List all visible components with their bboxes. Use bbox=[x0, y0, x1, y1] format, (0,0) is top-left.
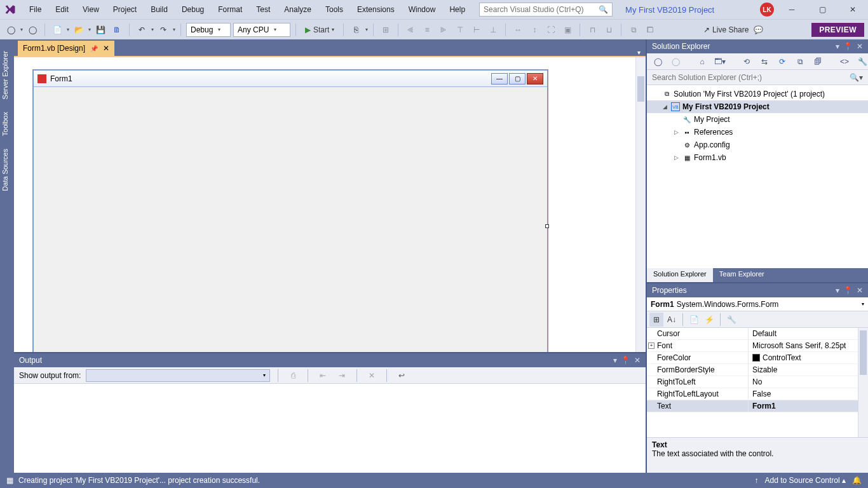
menu-view[interactable]: View bbox=[76, 3, 105, 17]
property-row-cursor[interactable]: CursorDefault bbox=[647, 328, 868, 340]
order-button[interactable]: ⧉ bbox=[627, 23, 641, 37]
se-showall-button[interactable]: 🗐 bbox=[811, 55, 825, 69]
menu-help[interactable]: Help bbox=[443, 3, 471, 17]
solution-tree[interactable]: ⧉ Solution 'My First VB2019 Project' (1 … bbox=[647, 85, 868, 268]
bring-front-button[interactable]: ▣ bbox=[560, 23, 574, 37]
close-button[interactable]: ✕ bbox=[840, 1, 865, 18]
toolbox-tab[interactable]: Toolbox bbox=[0, 105, 14, 142]
se-fwd-button[interactable]: ◯ bbox=[668, 55, 682, 69]
properties-header[interactable]: Properties ▾ 📍 ✕ bbox=[647, 283, 868, 297]
solution-explorer-header[interactable]: Solution Explorer ▾ 📍 ✕ bbox=[647, 39, 868, 53]
user-avatar[interactable]: LK bbox=[760, 3, 774, 17]
window-position-icon[interactable]: ▾ bbox=[613, 356, 617, 365]
se-switch-view-button[interactable]: 🗔▾ bbox=[713, 55, 727, 69]
align-center-button[interactable]: ≡ bbox=[420, 23, 434, 37]
se-home-button[interactable]: ⌂ bbox=[695, 55, 709, 69]
se-sync-button[interactable]: ⇆ bbox=[757, 55, 771, 69]
solution-config-combo[interactable]: Debug▾ bbox=[186, 23, 231, 37]
open-file-button[interactable]: 📂 bbox=[72, 23, 86, 37]
align-right-button[interactable]: ⫸ bbox=[437, 23, 451, 37]
solution-explorer-search[interactable]: 🔍▾ bbox=[647, 70, 868, 85]
property-row-righttoleft[interactable]: RightToLeftNo bbox=[647, 376, 868, 388]
align-grid-button[interactable]: ⊞ bbox=[379, 23, 393, 37]
save-button[interactable]: 💾 bbox=[93, 23, 107, 37]
menu-build[interactable]: Build bbox=[144, 3, 174, 17]
expander-icon[interactable]: ▷ bbox=[672, 154, 680, 161]
center-h-button[interactable]: ⊓ bbox=[585, 23, 599, 37]
tab-order-button[interactable]: ⧠ bbox=[643, 23, 657, 37]
alphabetical-button[interactable]: A↓ bbox=[665, 313, 679, 327]
expander-icon[interactable]: ▷ bbox=[672, 129, 680, 135]
redo-button[interactable]: ↷ bbox=[156, 23, 170, 37]
se-back-button[interactable]: ◯ bbox=[651, 55, 665, 69]
size-button[interactable]: ⛶ bbox=[544, 23, 558, 37]
panel-close-icon[interactable]: ✕ bbox=[634, 356, 641, 365]
output-next-button[interactable]: ⇥ bbox=[335, 369, 349, 383]
output-wrap-button[interactable]: ↩ bbox=[395, 369, 409, 383]
tab-close-icon[interactable]: ✕ bbox=[103, 44, 109, 53]
tab-solution-explorer[interactable]: Solution Explorer bbox=[647, 268, 713, 282]
se-properties-button[interactable]: 🔧 bbox=[855, 55, 868, 69]
design-form-window[interactable]: Form1 — ▢ ✕ bbox=[33, 70, 548, 352]
expander-icon[interactable]: ◢ bbox=[661, 104, 668, 110]
panel-close-icon[interactable]: ✕ bbox=[857, 286, 863, 295]
panel-close-icon[interactable]: ✕ bbox=[857, 42, 863, 51]
tab-team-explorer[interactable]: Team Explorer bbox=[713, 268, 771, 282]
undo-button[interactable]: ↶ bbox=[135, 23, 149, 37]
tree-appconfig-node[interactable]: ⚙ App.config bbox=[647, 139, 868, 151]
menu-test[interactable]: Test bbox=[250, 3, 276, 17]
liveshare-button[interactable]: Live Share bbox=[712, 25, 749, 34]
align-middle-button[interactable]: ⊢ bbox=[470, 23, 484, 37]
document-tab-form1-design[interactable]: Form1.vb [Design] 📌 ✕ bbox=[18, 41, 114, 56]
maximize-button[interactable]: ▢ bbox=[810, 1, 835, 18]
window-position-icon[interactable]: ▾ bbox=[836, 42, 839, 51]
form-designer-surface[interactable]: Form1 — ▢ ✕ bbox=[14, 56, 646, 352]
categorized-button[interactable]: ⊞ bbox=[649, 313, 663, 327]
align-left-button[interactable]: ⫷ bbox=[403, 23, 417, 37]
active-files-dropdown[interactable]: ▾ bbox=[632, 49, 646, 56]
save-all-button[interactable]: 🗎 bbox=[110, 23, 124, 37]
preview-badge[interactable]: PREVIEW bbox=[811, 23, 864, 37]
menu-extensions[interactable]: Extensions bbox=[351, 3, 401, 17]
pin-icon[interactable]: 📌 bbox=[90, 45, 98, 52]
autohide-pin-icon[interactable]: 📍 bbox=[843, 42, 853, 51]
menu-edit[interactable]: Edit bbox=[49, 3, 75, 17]
nav-forward-button[interactable]: ◯ bbox=[25, 23, 39, 37]
source-control-button[interactable]: Add to Source Control ▴ bbox=[765, 476, 846, 485]
autohide-pin-icon[interactable]: 📍 bbox=[843, 286, 853, 295]
property-pages-button[interactable]: 📄 bbox=[687, 313, 701, 327]
server-explorer-tab[interactable]: Server Explorer bbox=[0, 44, 14, 105]
quick-launch-input[interactable] bbox=[484, 5, 599, 14]
hspace-button[interactable]: ↔ bbox=[511, 23, 525, 37]
menu-analyze[interactable]: Analyze bbox=[278, 3, 318, 17]
step-button[interactable]: ⎘ bbox=[349, 23, 363, 37]
feedback-button[interactable]: 💬 bbox=[751, 23, 765, 37]
data-sources-tab[interactable]: Data Sources bbox=[0, 142, 14, 198]
properties-vscrollbar[interactable] bbox=[858, 328, 868, 437]
new-project-button[interactable]: 📄 bbox=[50, 23, 64, 37]
tree-form1-node[interactable]: ▷▦ Form1.vb bbox=[647, 151, 868, 164]
properties-grid[interactable]: CursorDefault+FontMicrosoft Sans Serif, … bbox=[647, 328, 868, 437]
menu-tools[interactable]: Tools bbox=[319, 3, 349, 17]
quick-launch-search[interactable]: 🔍 bbox=[479, 3, 613, 17]
output-clear-button[interactable]: ✕ bbox=[365, 369, 379, 383]
notifications-icon[interactable]: 🔔 bbox=[852, 476, 862, 485]
property-row-formborderstyle[interactable]: FormBorderStyleSizable bbox=[647, 364, 868, 376]
events-button[interactable]: ⚡ bbox=[702, 313, 716, 327]
menu-file[interactable]: File bbox=[23, 3, 48, 17]
menu-project[interactable]: Project bbox=[107, 3, 143, 17]
output-find-button[interactable]: ⎙ bbox=[286, 369, 300, 383]
menu-debug[interactable]: Debug bbox=[175, 3, 210, 17]
tree-myproject-node[interactable]: 🔧 My Project bbox=[647, 113, 868, 126]
properties-object-combo[interactable]: Form1 System.Windows.Forms.Form ▾ bbox=[647, 297, 868, 311]
tree-solution-node[interactable]: ⧉ Solution 'My First VB2019 Project' (1 … bbox=[647, 88, 868, 100]
output-header[interactable]: Output ▾ 📍 ✕ bbox=[14, 353, 646, 367]
solution-explorer-search-input[interactable] bbox=[652, 73, 850, 82]
vspace-button[interactable]: ↕ bbox=[527, 23, 541, 37]
property-row-font[interactable]: +FontMicrosoft Sans Serif, 8.25pt bbox=[647, 340, 868, 352]
align-bottom-button[interactable]: ⊥ bbox=[486, 23, 500, 37]
se-pending-button[interactable]: ⟲ bbox=[740, 55, 754, 69]
output-prev-button[interactable]: ⇤ bbox=[316, 369, 330, 383]
output-source-combo[interactable]: ▾ bbox=[86, 369, 270, 382]
se-code-button[interactable]: <> bbox=[837, 55, 851, 69]
